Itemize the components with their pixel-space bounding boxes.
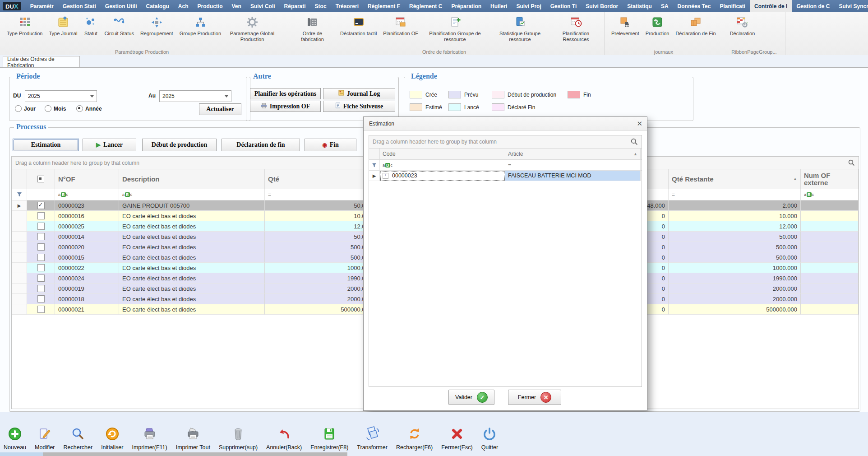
fermer-esc-button[interactable]: Fermer(Esc) [441,427,472,451]
menu-item-tresoreri[interactable]: Trésoreri [331,0,363,12]
row-checkbox[interactable] [27,221,55,232]
header-nof[interactable]: N°OF [55,169,119,189]
debut-production-button[interactable]: Début de production [142,139,217,151]
row-checkbox[interactable] [27,200,55,211]
header-code[interactable]: Code [380,149,505,159]
filter-checkbox-col[interactable] [27,189,55,200]
ribbon-button-prelevement[interactable]: Prelevement [608,15,642,37]
search-icon[interactable] [848,159,855,168]
menu-item-controle-active[interactable]: Contrôle de l [750,0,792,12]
du-year-select[interactable]: 2025 [25,90,97,102]
enregistrer-button[interactable]: Enregistrer(F8) [310,427,348,451]
ribbon-button-declaration-de-fin[interactable]: Déclaration de Fin [672,15,719,37]
filter-description[interactable]: aBc [119,189,265,200]
quitter-button[interactable]: Quitter [481,427,499,451]
menu-item-gestion-de-c[interactable]: Gestion de C [792,0,834,12]
filter-nof[interactable]: aBc [55,189,119,200]
menu-item-reglement-c[interactable]: Règlement C [405,0,447,12]
bottom-scrollbar[interactable] [43,452,347,456]
header-num-of-externe[interactable]: Num OF externe [801,169,859,189]
cell-code[interactable]: +00000023 [380,171,505,181]
menu-item-gestion-ti[interactable]: Gestion Ti [546,0,581,12]
filter-funnel-icon[interactable] [369,160,380,170]
expand-plus-icon[interactable]: + [383,173,388,179]
filter-num-of-externe[interactable]: aBc [801,189,859,200]
menu-item-suivi-bordor[interactable]: Suivi Bordor [581,0,623,12]
valider-button[interactable]: Valider✓ [448,390,494,405]
filter-funnel-icon[interactable] [12,189,27,200]
imprimer-button[interactable]: Imprimer(F11) [132,427,167,451]
row-checkbox[interactable] [27,284,55,294]
ribbon-button-groupe-production[interactable]: Groupe Production [176,15,224,37]
row-checkbox[interactable] [27,294,55,304]
filter-code[interactable]: aBc [380,160,505,170]
ribbon-button-production[interactable]: Production [642,15,673,37]
menu-item-gestion-stati[interactable]: Gestion Stati [58,0,101,12]
menu-item-suivi-proj[interactable]: Suivi Proj [512,0,545,12]
fin-button[interactable]: ◉Fin [305,139,356,151]
header-qte-restante[interactable]: Qté Restante▲ [669,169,801,189]
ribbon-button-type-journal[interactable]: Type Journal [46,15,81,37]
row-checkbox[interactable] [27,304,55,315]
row-checkbox[interactable] [27,232,55,242]
cell-article[interactable]: FAISCEAU BATTERIE MCI MOD [505,171,641,181]
close-icon[interactable]: ✕ [637,120,642,128]
header-article[interactable]: Article▲ [505,149,641,159]
supprimer-button[interactable]: Supprimer(sup) [219,427,258,451]
rechercher-button[interactable]: Rechercher [64,427,93,451]
au-year-select[interactable]: 2025 [159,90,231,102]
dialog-table-row[interactable]: ▶ +00000023 FAISCEAU BATTERIE MCI MOD [369,171,642,181]
menu-item-suivi-syncro[interactable]: Suivi Syncro [834,0,868,12]
filter-qte-restante[interactable]: = [669,189,801,200]
row-checkbox[interactable] [27,252,55,263]
menu-item-parametr[interactable]: Paramètr [26,0,58,12]
ribbon-button-planification-groupe-ressource[interactable]: Planification Groupe de ressource [421,15,489,42]
transformer-button[interactable]: Transformer [357,426,388,451]
menu-item-huileri[interactable]: Huileri [486,0,512,12]
menu-item-productio[interactable]: Productio [193,0,227,12]
recharger-button[interactable]: Recharger(F6) [396,427,433,451]
estimation-button[interactable]: Estimation [13,139,79,151]
ribbon-button-ordre-de-fabrication[interactable]: Ordre de fabrication [288,15,337,42]
search-icon[interactable] [631,138,638,147]
ribbon-button-statut[interactable]: Statut [80,15,101,37]
radio-annee[interactable]: Année [76,105,102,112]
menu-item-sa[interactable]: SA [656,0,673,12]
row-checkbox[interactable] [27,263,55,273]
fermer-button[interactable]: Fermer✕ [508,390,561,405]
tab-liste-des-ordres[interactable]: Liste des Ordres de Fabrication [3,56,80,68]
initialiser-button[interactable]: Initialiser [101,427,123,451]
impression-of-button[interactable]: Impression OF [250,101,321,112]
journal-log-button[interactable]: Journal Log [323,88,395,99]
filter-qte[interactable]: = [265,189,375,200]
row-checkbox[interactable] [27,273,55,284]
menu-item-donnees-tec[interactable]: Données Tec [673,0,716,12]
declaration-fin-button[interactable]: Déclaration de fin [222,139,300,151]
menu-item-preparation[interactable]: Préparation [447,0,486,12]
ribbon-button-regroupement[interactable]: Regroupement [137,15,176,37]
menu-item-stoc[interactable]: Stoc [310,0,331,12]
ribbon-button-type-production[interactable]: Type Production [4,15,46,37]
header-qte[interactable]: Qté [265,169,375,189]
menu-item-gestion-utili[interactable]: Gestion Utili [101,0,142,12]
menu-item-catalogu[interactable]: Catalogu [142,0,174,12]
modifier-button[interactable]: Modifier [35,427,55,451]
ribbon-button-parametrage-global[interactable]: Parametrage Global Production [224,15,280,42]
menu-item-suivi-coli[interactable]: Suivi Coli [246,0,280,12]
ribbon-button-planification-of[interactable]: Planification OF [380,15,421,37]
imprimer-tout-button[interactable]: Imprimer Tout [176,427,210,451]
ribbon-button-declaration-tactil[interactable]: Déclaration tactil [337,15,380,37]
row-checkbox[interactable] [27,211,55,221]
dialog-group-by-band[interactable]: Drag a column header here to group by th… [369,135,642,149]
filter-article[interactable]: = [505,160,641,170]
nouveau-button[interactable]: Nouveau [4,427,26,451]
row-checkbox[interactable] [27,242,55,252]
header-description[interactable]: Description [119,169,265,189]
ribbon-button-declaration[interactable]: Déclaration [727,15,758,37]
menu-item-reglement-f[interactable]: Règlement F [363,0,405,12]
menu-item-planificati[interactable]: Planificati [715,0,750,12]
lancer-button[interactable]: ▶Lancer [83,139,136,151]
menu-item-ven[interactable]: Ven [227,0,246,12]
radio-jour[interactable]: Jour [15,105,36,112]
fiche-suiveuse-button[interactable]: Fiche Suiveuse [323,101,395,112]
